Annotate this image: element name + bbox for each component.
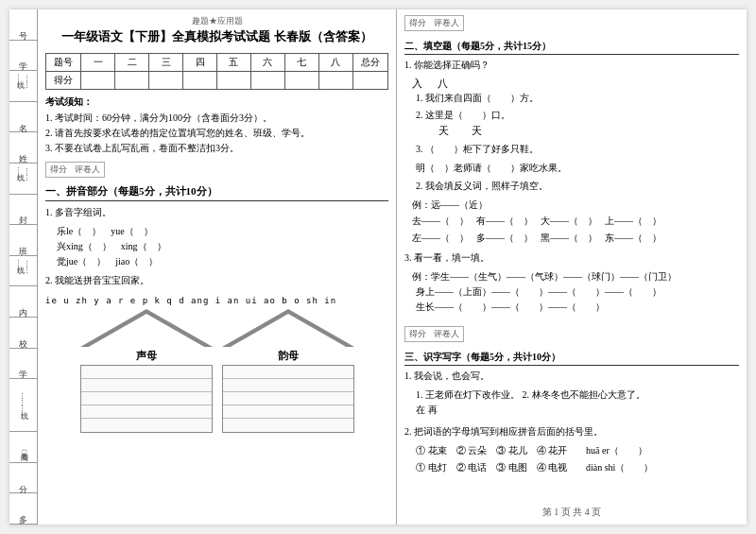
inst-1: 1. 考试时间：60分钟，满分为100分（含卷面分3分）。 bbox=[45, 111, 388, 125]
q1-item-1: 乐le（ ） yue（ ） bbox=[57, 224, 388, 239]
ant-sep3: 多——（ ） bbox=[476, 232, 533, 245]
house-roof-1 bbox=[80, 309, 213, 347]
antonym-row-1: 去——（ ） 有——（ ） 大——（ ） 上——（ ） bbox=[412, 215, 739, 228]
house-roof-2 bbox=[222, 309, 354, 347]
q1-items: 乐le（ ） yue（ ） 兴xing（ ） xing（ ） 觉jue（ ） j… bbox=[57, 224, 388, 269]
inst-title: 考试须知： bbox=[45, 95, 388, 109]
section2-q1: 1. 你能选择正确吗？ bbox=[404, 58, 739, 73]
section1-evaluator-label: 评卷人 bbox=[75, 164, 100, 176]
q3-example-text: 例：学生——（生气）——（气球）——（球门）——（门卫） bbox=[412, 271, 677, 282]
ant3: 左——（ ） bbox=[412, 232, 469, 245]
char-ru: 入 bbox=[412, 77, 422, 91]
house-body-1 bbox=[80, 365, 213, 433]
s3-q2-group1: ① 花束 ② 云朵 ③ 花儿 ④ 花开 huā er（ ） ① 电灯 ② 电话 … bbox=[416, 443, 739, 475]
score-7 bbox=[284, 72, 318, 90]
section1-score-label: 得分 bbox=[50, 164, 67, 176]
house-body-2 bbox=[222, 365, 354, 433]
s2-q1-extra-1: 明（ ）老师请（ ）家吃水果。 bbox=[416, 161, 739, 176]
side-label-fen: 分 bbox=[9, 463, 37, 494]
ant1: 去——（ ） bbox=[412, 215, 469, 228]
pinyin-section: ie u zh y a r e p k q d ang i an ui ao b… bbox=[45, 296, 388, 433]
brand-label: 趣题★应用题 bbox=[45, 15, 388, 27]
s3-q2-g1-items: ① 花束 ② 云朵 ③ 花儿 ④ 花开 huā er（ ） bbox=[416, 443, 739, 458]
side-label-ming: 名 bbox=[9, 102, 37, 133]
char-ba: 八 bbox=[438, 77, 448, 91]
page-number: 第 1 页 共 4 页 bbox=[404, 502, 739, 519]
shengmu-house: 声母 bbox=[80, 309, 213, 433]
s3-q1-item2: 在 再 bbox=[416, 403, 739, 418]
house-line bbox=[81, 366, 212, 379]
side-label-feng: 封 bbox=[9, 195, 37, 226]
score-2 bbox=[115, 72, 149, 90]
house-label-1: 声母 bbox=[136, 349, 157, 363]
section3-score-box: 得分 评卷人 bbox=[404, 326, 464, 342]
s2-q1-item2: 2. 这里是（ ）口。 bbox=[416, 108, 739, 123]
exam-title: 一年级语文【下册】全真模拟考试试题 长春版（含答案） bbox=[45, 28, 388, 45]
house-line bbox=[81, 419, 212, 432]
s3-q1-label: 1. 我会说，也会写。 bbox=[404, 369, 739, 384]
side-labels: 号 学 ……线…… 名 姓 ……线…… 封 班 ……线…… 内 校 学 ……线…… bbox=[9, 9, 38, 525]
section3-score-label: 得分 bbox=[409, 328, 426, 340]
s2-q1-items: 1. 我们来自四面（ ）方。 2. 这里是（ ）口。 天 天 3. （ ）柜下了… bbox=[416, 91, 739, 157]
q2-label: 2. 我能送拼音宝宝回家。 bbox=[45, 273, 388, 288]
s2-q3-label: 3. 看一看，填一填。 bbox=[404, 250, 739, 266]
side-label-xiao: 校 bbox=[9, 318, 37, 349]
col-6: 六 bbox=[250, 54, 284, 72]
s2-q1-item3: 3. （ ）柜下了好多只鞋。 bbox=[416, 142, 739, 157]
q1-item-3: 觉jue（ ） jiao（ ） bbox=[57, 254, 388, 269]
char-options-2: 天 天 bbox=[438, 123, 739, 140]
house-line bbox=[81, 405, 212, 419]
s2-q3-text: 3. 看一看，填一填。 bbox=[404, 252, 490, 263]
score-4 bbox=[183, 72, 217, 90]
house-roof-inner-2 bbox=[229, 314, 348, 348]
house-line bbox=[223, 392, 353, 405]
score-8 bbox=[318, 72, 352, 90]
instructions: 考试须知： 1. 考试时间：60分钟，满分为100分（含卷面分3分）。 2. 请… bbox=[45, 95, 388, 156]
col-3: 三 bbox=[149, 54, 183, 72]
house-line bbox=[223, 379, 353, 392]
inst-2: 2. 请首先按要求在试卷的指定位置填写您的姓名、班级、学号。 bbox=[45, 126, 388, 140]
house-label-2: 韵母 bbox=[278, 349, 299, 363]
side-label-hao: 号 bbox=[9, 9, 37, 41]
inst-3: 3. 不要在试卷上乱写乱画，卷面不整洁扣3分。 bbox=[45, 141, 388, 155]
ant2: 大——（ ） bbox=[541, 215, 597, 228]
col-7: 七 bbox=[284, 54, 318, 72]
q2-text: 2. 我能送拼音宝宝回家。 bbox=[45, 275, 149, 285]
house-line bbox=[223, 419, 353, 432]
s3-q1-item1: 1. 王老师在灯下改作业。 2. 林冬冬也不能担心大意了。 bbox=[416, 388, 739, 403]
table-score-row: 得分 bbox=[46, 72, 388, 90]
defen-label: 得分 bbox=[46, 72, 81, 90]
side-label-line4: ……线…… bbox=[9, 379, 37, 432]
ant-sep2: 上——（ ） bbox=[605, 215, 662, 228]
example-row: 例：远——（近） bbox=[412, 198, 739, 212]
q1-label: 1. 多音字组词。 bbox=[45, 205, 388, 220]
q3-item-2: 生长——（ ）——（ ）——（ ） bbox=[416, 300, 739, 315]
score-1 bbox=[81, 72, 115, 90]
q3-items: 身上——（上面）——（ ）——（ ）——（ ） 生长——（ ）——（ ）——（ … bbox=[416, 284, 739, 315]
house-line bbox=[81, 379, 212, 392]
col-1: 一 bbox=[81, 54, 115, 72]
ant-sep4: 东——（ ） bbox=[605, 232, 662, 245]
score-6 bbox=[250, 72, 284, 90]
char-options: 入 八 bbox=[412, 77, 739, 91]
main-content: 趣题★应用题 一年级语文【下册】全真模拟考试试题 长春版（含答案） 题号 一 二… bbox=[38, 9, 747, 525]
section1-title: 一、拼音部分（每题5分，共计10分） bbox=[45, 184, 388, 201]
houses-container: 声母 韵母 bbox=[45, 309, 388, 433]
header: 趣题★应用题 一年级语文【下册】全真模拟考试试题 长春版（含答案） bbox=[45, 15, 388, 49]
house-roof-inner-1 bbox=[87, 314, 206, 348]
s2-q2-label: 2. 我会填反义词，照样子填空。 bbox=[416, 179, 739, 194]
s3-q1-text: 1. 我会说，也会写。 bbox=[404, 370, 490, 381]
side-label-xing: 姓 bbox=[9, 132, 37, 164]
side-label-line2: ……线…… bbox=[9, 164, 37, 195]
right-column: 得分 评卷人 二、填空题（每题5分，共计15分） 1. 你能选择正确吗？ 入 八… bbox=[397, 9, 747, 525]
s3-q2-g2-items: ① 电灯 ② 电话 ③ 电图 ④ 电视 diàn shì（ ） bbox=[416, 460, 739, 475]
side-label-ban: 班 bbox=[9, 225, 37, 256]
section2-evaluator-label: 评卷人 bbox=[434, 17, 459, 29]
pinyin-letters: ie u zh y a r e p k q d ang i an ui ao b… bbox=[45, 296, 388, 305]
section1-score-box: 得分 评卷人 bbox=[45, 162, 105, 178]
side-label-xue: 学 bbox=[9, 41, 37, 72]
s3-q2-text: 2. 把词语的字母填写到相应拼音后面的括号里。 bbox=[404, 426, 603, 437]
left-column: 趣题★应用题 一年级语文【下册】全真模拟考试试题 长春版（含答案） 题号 一 二… bbox=[38, 9, 397, 525]
col-2: 二 bbox=[115, 54, 149, 72]
s3-q2-label: 2. 把词语的字母填写到相应拼音后面的括号里。 bbox=[404, 424, 739, 439]
